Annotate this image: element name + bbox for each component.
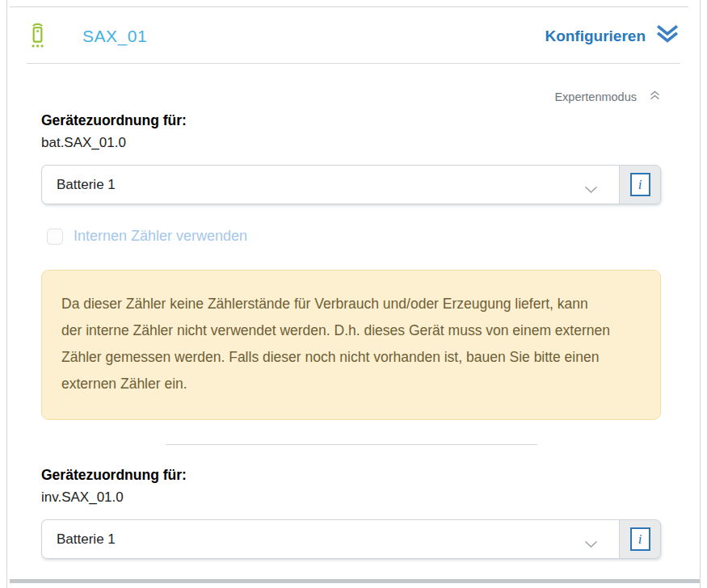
info-icon: i [630, 173, 650, 196]
assignment-inv-select-group: Batterie 1 i [41, 519, 661, 559]
panel-body: Expertenmodus Gerätezuordnung für: bat.S… [7, 90, 700, 559]
warning-text: Da dieser Zähler keine Zählerstände für … [61, 296, 610, 392]
section-divider [166, 444, 537, 445]
expert-mode-label: Expertenmodus [554, 90, 637, 103]
device-select-bat-value: Batterie 1 [57, 177, 116, 193]
expert-mode-toggle[interactable]: Expertenmodus [41, 90, 661, 103]
device-select-bat[interactable]: Batterie 1 [41, 165, 619, 204]
device-select-inv[interactable]: Batterie 1 [41, 519, 619, 559]
double-chevron-down-icon [656, 24, 679, 48]
double-chevron-up-icon [649, 90, 661, 103]
device-config-panel: SAX_01 Konfigurieren Expertenmodus Ger [7, 7, 700, 559]
panel-right-border [700, 0, 701, 588]
assignment-inv-device-id: inv.SAX_01.0 [41, 489, 661, 506]
device-title: SAX_01 [82, 27, 147, 46]
internal-counter-checkbox[interactable] [47, 229, 63, 245]
assignment-inv-heading: Gerätezuordnung für: [41, 467, 661, 484]
internal-counter-label: Internen Zähler verwenden [74, 228, 247, 245]
assignment-bat-select-group: Batterie 1 i [41, 165, 661, 204]
header-divider [27, 63, 680, 64]
battery-icon [29, 22, 46, 52]
info-button-inv[interactable]: i [619, 519, 661, 559]
next-panel-edge [10, 579, 700, 583]
configure-label: Konfigurieren [545, 27, 646, 45]
panel-header: SAX_01 Konfigurieren [7, 7, 700, 63]
configure-button[interactable]: Konfigurieren [545, 24, 679, 48]
chevron-down-icon [584, 182, 598, 198]
device-select-inv-value: Batterie 1 [57, 531, 116, 548]
assignment-bat-heading: Gerätezuordnung für: [41, 112, 661, 129]
info-button-bat[interactable]: i [619, 165, 661, 204]
info-icon: i [630, 527, 650, 551]
internal-counter-row: Internen Zähler verwenden [41, 228, 661, 245]
chevron-down-icon [584, 536, 598, 552]
warning-alert: Da dieser Zähler keine Zählerstände für … [41, 270, 661, 420]
assignment-bat-device-id: bat.SAX_01.0 [41, 135, 661, 151]
